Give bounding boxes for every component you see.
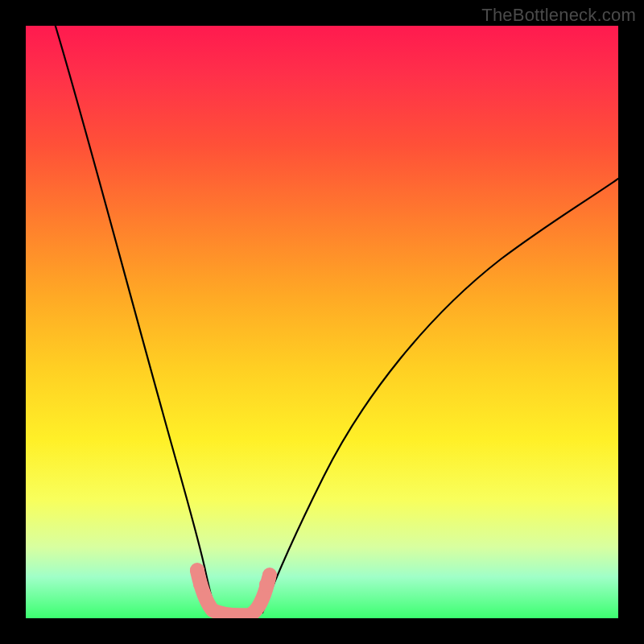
plot-area	[26, 26, 618, 618]
valley-marker-strip	[197, 571, 269, 615]
right-curve	[262, 179, 618, 613]
svg-point-1	[193, 577, 208, 592]
svg-point-3	[262, 568, 277, 582]
svg-point-0	[190, 563, 204, 577]
left-curve	[56, 26, 216, 613]
curve-overlay	[26, 26, 618, 618]
chart-frame: TheBottleneck.com	[0, 0, 644, 644]
watermark-text: TheBottleneck.com	[481, 5, 636, 26]
